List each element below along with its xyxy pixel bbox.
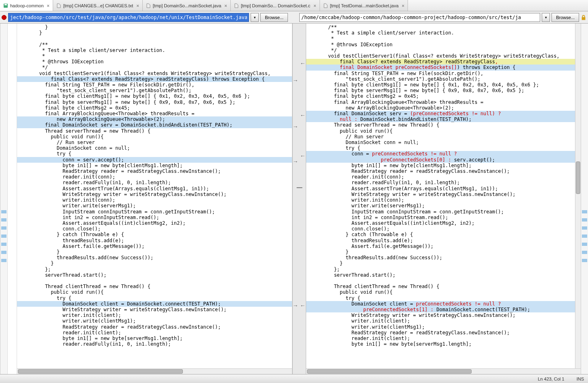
overview-change-mark[interactable] bbox=[582, 243, 587, 246]
code-line: conn = serv.accept(); bbox=[17, 157, 292, 163]
code-line bbox=[17, 36, 292, 41]
code-line: * @throws IOException bbox=[306, 42, 581, 47]
merge-right-arrow[interactable]: → bbox=[293, 158, 298, 165]
merge-right-arrow[interactable]: → bbox=[293, 302, 298, 309]
code-line: final ArrayBlockingQueue<Throwable> thre… bbox=[306, 99, 581, 105]
code-line: DomainSocket conn = null; bbox=[17, 145, 292, 151]
tab-bar: hadoop-common×[tmp] CHANGES...e] CHANGES… bbox=[0, 0, 588, 11]
code-line: public void run(){ bbox=[306, 128, 581, 134]
overview-change-mark[interactable] bbox=[582, 235, 587, 238]
path-right-dropdown[interactable]: ▾ bbox=[542, 13, 550, 22]
code-line: InputStream connInputStream = conn.getIn… bbox=[17, 209, 292, 215]
modified-indicator bbox=[2, 15, 6, 20]
code-line: null : DomainSocket.bindAndListen(TEST_P… bbox=[306, 116, 581, 122]
overview-change-mark[interactable] bbox=[1, 210, 6, 213]
tab-3[interactable]: [tmp] DomainSo... DomainSocket.c× bbox=[231, 0, 320, 11]
code-line: int in2 = connInputStream.read(); bbox=[306, 215, 581, 220]
disk-icon bbox=[3, 3, 8, 8]
overview-change-mark[interactable] bbox=[1, 226, 6, 230]
code-line: Thread serverThread = new Thread() { bbox=[17, 128, 292, 134]
hscroll-right[interactable] bbox=[306, 368, 581, 374]
code-line: // Run server bbox=[306, 134, 581, 140]
overview-change-mark[interactable] bbox=[582, 210, 587, 213]
code-line: writer.init(conn); bbox=[306, 197, 581, 203]
overview-change-mark[interactable] bbox=[1, 259, 6, 262]
code-line: final byte clientMsg2 = 0x45; bbox=[306, 93, 581, 99]
code-line: byte in1[] = new byte[clientMsg1.length]… bbox=[306, 163, 581, 168]
code-line: try { bbox=[17, 295, 292, 301]
code-line: "test_sock_client_server1").getAbsoluteP… bbox=[17, 88, 292, 93]
browse-left-button[interactable]: Browse... bbox=[260, 13, 288, 22]
code-line: try { bbox=[306, 295, 581, 301]
code-line: reader.init(client); bbox=[17, 330, 292, 336]
code-line: } bbox=[17, 30, 292, 36]
path-left-dropdown[interactable]: ▾ bbox=[251, 13, 259, 22]
path-input-left[interactable] bbox=[8, 13, 249, 22]
tab-1[interactable]: [tmp] CHANGES...e] CHANGES.txt× bbox=[53, 0, 143, 11]
path-input-right[interactable] bbox=[299, 13, 540, 22]
hscroll-left[interactable] bbox=[17, 368, 292, 374]
change-gutter[interactable]: ←→←→←→—←→ bbox=[292, 24, 306, 374]
code-line: final String TEST_PATH = new File(sockDi… bbox=[306, 71, 581, 76]
code-line: new ArrayBlockingQueue<Throwable>(2); bbox=[306, 105, 581, 111]
tab-4[interactable]: [tmp] TestDomai...mainSocket.java× bbox=[320, 0, 408, 11]
overview-bar-left[interactable] bbox=[0, 24, 7, 374]
code-line: preConnectedSockets[1] : DomainSocket.co… bbox=[306, 307, 581, 312]
code-line: public void run(){ bbox=[306, 289, 581, 295]
left-code[interactable]: } } /** * Test a simple client/server in… bbox=[17, 24, 292, 368]
code-line: WriteStrategy writer = writeStrategyClas… bbox=[17, 307, 292, 312]
code-line: DomainSocket client = DomainSocket.conne… bbox=[17, 301, 292, 307]
left-pane: } } /** * Test a simple client/server in… bbox=[17, 24, 292, 374]
merge-left-arrow[interactable]: ← bbox=[300, 60, 306, 67]
merge-left-arrow[interactable]: ← bbox=[300, 112, 306, 118]
code-line: public void run(){ bbox=[17, 289, 292, 295]
browse-right-button[interactable]: Browse... bbox=[552, 13, 579, 22]
merge-right-arrow[interactable]: → bbox=[293, 77, 298, 84]
code-line: } bbox=[306, 260, 581, 266]
diff-area: } } /** * Test a simple client/server in… bbox=[0, 24, 588, 374]
code-line: DomainSocket conn = null; bbox=[306, 140, 581, 145]
tab-2[interactable]: [tmp] DomainSo...mainSocket.java× bbox=[143, 0, 231, 11]
code-line: Assert.assertEquals((int)clientMsg2, in2… bbox=[306, 220, 581, 226]
code-line: final DomainSocket serv = (preConnectedS… bbox=[306, 111, 581, 116]
close-icon[interactable]: × bbox=[313, 3, 316, 8]
merge-left-arrow[interactable]: ← bbox=[300, 153, 306, 159]
code-line: conn.close(); bbox=[17, 226, 292, 232]
overview-change-mark[interactable] bbox=[582, 218, 587, 222]
code-line bbox=[17, 278, 292, 284]
code-line: serverThread.start(); bbox=[17, 272, 292, 278]
overview-change-mark[interactable] bbox=[582, 259, 587, 262]
code-line: "test_sock_client_server1").getAbsoluteP… bbox=[306, 76, 581, 82]
overview-change-mark[interactable] bbox=[582, 226, 587, 230]
code-line: } bbox=[306, 249, 581, 255]
overview-change-mark[interactable] bbox=[1, 235, 6, 238]
code-line: preConnectedSockets[0] : serv.accept(); bbox=[306, 157, 581, 163]
code-line: reader.readFully(in1, 0, in1.length); bbox=[17, 341, 292, 347]
status-bar: Ln 423, Col 1 INS bbox=[0, 374, 588, 383]
close-icon[interactable]: × bbox=[402, 3, 404, 8]
tab-0[interactable]: hadoop-common× bbox=[0, 0, 53, 11]
code-line: writer.init(conn); bbox=[17, 197, 292, 203]
code-line: * Test a simple client/server interactio… bbox=[17, 47, 292, 53]
code-line: }; bbox=[17, 267, 292, 272]
overview-change-mark[interactable] bbox=[1, 243, 6, 246]
code-line: final ArrayBlockingQueue<Throwable> thre… bbox=[17, 111, 292, 116]
code-line: * Test a simple client/server interactio… bbox=[306, 30, 581, 36]
code-line: ReadStrategy reader = readStrategyClass.… bbox=[306, 168, 581, 174]
close-icon[interactable]: × bbox=[47, 3, 49, 8]
vscroll-right[interactable] bbox=[575, 24, 581, 368]
code-line: Thread clientThread = new Thread() { bbox=[17, 284, 292, 289]
code-line: byte in1[] = new byte[clientMsg1.length]… bbox=[17, 163, 292, 168]
right-code[interactable]: /** * Test a simple client/server intera… bbox=[306, 24, 581, 368]
merge-right-arrow[interactable]: → bbox=[293, 123, 298, 130]
code-line: reader.init(conn); bbox=[306, 174, 581, 180]
close-icon[interactable]: × bbox=[136, 3, 139, 8]
code-line: ReadStrategy reader = readStrategyClass.… bbox=[17, 324, 292, 330]
overview-change-mark[interactable] bbox=[1, 218, 6, 222]
overview-bar-right[interactable] bbox=[581, 24, 588, 374]
code-line: reader.init(client); bbox=[306, 336, 581, 341]
merge-left-arrow[interactable]: ← bbox=[300, 302, 306, 309]
overview-change-mark[interactable] bbox=[582, 251, 587, 254]
overview-change-mark[interactable] bbox=[1, 251, 6, 254]
close-icon[interactable]: × bbox=[225, 3, 227, 8]
